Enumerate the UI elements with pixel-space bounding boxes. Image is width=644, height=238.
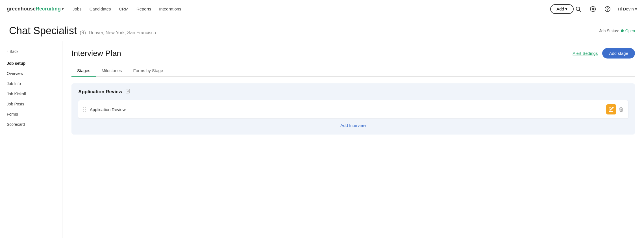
nav-jobs[interactable]: Jobs — [73, 7, 82, 11]
interview-actions — [606, 104, 624, 114]
content-header: Interview Plan Alert Settings Add stage — [71, 48, 635, 59]
stage-body: Application Review — [71, 100, 635, 135]
sidebar-item-forms[interactable]: Forms — [0, 109, 62, 119]
settings-button[interactable] — [588, 5, 597, 14]
sidebar-item-overview[interactable]: Overview — [0, 68, 62, 79]
sidebar-item-job-info[interactable]: Job Info — [0, 79, 62, 89]
help-button[interactable] — [603, 5, 612, 14]
sidebar-item-scorecard[interactable]: Scorecard — [0, 119, 62, 129]
nav-links: Jobs Candidates CRM Reports Integrations — [73, 7, 546, 11]
nav-reports[interactable]: Reports — [136, 7, 151, 11]
nav-candidates[interactable]: Candidates — [90, 7, 111, 11]
alert-settings-button[interactable]: Alert Settings — [573, 51, 598, 56]
logo[interactable]: greenhouse Recruiting ▾ — [7, 6, 64, 12]
add-interview-button[interactable]: Add Interview — [78, 122, 628, 129]
nav-integrations[interactable]: Integrations — [159, 7, 181, 11]
interview-edit-button[interactable] — [606, 104, 616, 114]
logo-greenhouse: greenhouse — [7, 6, 36, 12]
job-status-label: Job Status: — [599, 29, 619, 33]
interview-delete-button[interactable] — [619, 107, 624, 112]
interview-name: Application Review — [90, 107, 606, 112]
nav-crm[interactable]: CRM — [119, 7, 129, 11]
logo-chevron-icon: ▾ — [62, 7, 64, 11]
sidebar-item-job-setup[interactable]: Job setup — [0, 58, 62, 68]
job-status: Job Status: Open — [599, 29, 635, 33]
drag-handle-icon[interactable] — [83, 107, 86, 112]
page-title-area: Chat Specialist (9) Denver, New York, Sa… — [9, 25, 156, 37]
sidebar: ‹ Back Job setup Overview Job Info Job K… — [0, 41, 62, 238]
svg-point-2 — [592, 8, 594, 10]
main-layout: ‹ Back Job setup Overview Job Info Job K… — [0, 41, 644, 238]
sidebar-item-job-kickoff[interactable]: Job Kickoff — [0, 89, 62, 99]
page-title: Chat Specialist — [9, 25, 77, 37]
page-header: Chat Specialist (9) Denver, New York, Sa… — [0, 18, 644, 41]
logo-recruiting: Recruiting — [36, 6, 61, 12]
page-count: (9) — [80, 30, 86, 36]
stage-edit-icon[interactable] — [126, 89, 130, 95]
interview-row: Application Review — [78, 100, 628, 118]
nav-right: Hi Devin ▾ — [574, 5, 637, 14]
top-navigation: greenhouse Recruiting ▾ Jobs Candidates … — [0, 0, 644, 18]
status-dot-icon — [621, 29, 624, 32]
tab-stages[interactable]: Stages — [71, 65, 96, 77]
tabs: Stages Milestones Forms by Stage — [71, 65, 635, 77]
add-button[interactable]: Add ▾ — [550, 4, 574, 14]
user-menu[interactable]: Hi Devin ▾ — [618, 7, 637, 12]
svg-line-1 — [579, 10, 581, 12]
add-stage-button[interactable]: Add stage — [602, 48, 635, 59]
job-status-value: Open — [625, 29, 635, 33]
page-locations: Denver, New York, San Francisco — [89, 30, 156, 35]
content-title: Interview Plan — [71, 49, 121, 58]
back-chevron-icon: ‹ — [7, 49, 8, 53]
tab-forms-by-stage[interactable]: Forms by Stage — [127, 65, 169, 77]
back-button[interactable]: ‹ Back — [0, 47, 62, 56]
sidebar-item-job-posts[interactable]: Job Posts — [0, 99, 62, 109]
stage-name: Application Review — [78, 89, 122, 95]
search-button[interactable] — [574, 5, 583, 14]
stage-header: Application Review — [71, 83, 635, 100]
back-label: Back — [10, 49, 18, 54]
content-area: Interview Plan Alert Settings Add stage … — [62, 41, 644, 238]
stage-card: Application Review — [71, 83, 635, 135]
content-actions: Alert Settings Add stage — [573, 48, 635, 59]
tab-milestones[interactable]: Milestones — [96, 65, 128, 77]
